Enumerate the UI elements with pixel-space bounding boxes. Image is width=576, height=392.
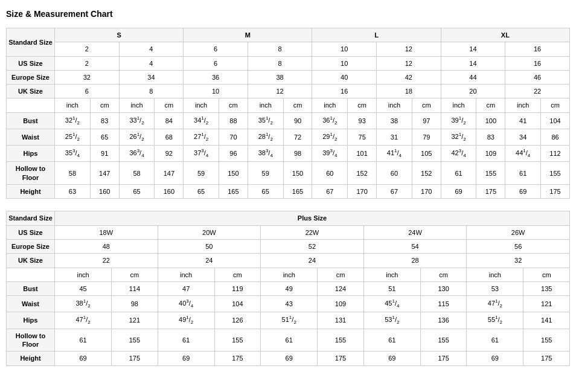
us-size-2: 2 [55,56,120,70]
plus-bust-4: 51 [363,281,420,295]
plus-htf-4cm: 155 [420,329,466,352]
hips-1: 353/4 [55,146,91,162]
htf-7cm: 155 [476,162,505,185]
plus-htf-3cm: 155 [318,329,363,352]
inch-4: inch [248,98,283,112]
height-7cm: 175 [476,185,505,199]
plus-bust-3: 49 [261,281,318,295]
plus-htf-2cm: 155 [214,329,260,352]
hips-7: 423/4 [441,146,476,162]
plus-cm-1: cm [112,268,158,281]
hips-3cm: 96 [219,146,248,162]
plus-waist-1cm: 98 [112,296,158,312]
cm-7: cm [476,98,505,112]
bust-4cm: 90 [283,112,312,129]
plus-height-3: 69 [261,352,318,365]
inch-8: inch [505,98,541,112]
htf-1: 58 [55,162,91,185]
us-8: 8 [248,42,312,56]
plus-eu-52: 52 [261,239,364,253]
bust-1cm: 83 [90,112,119,129]
hips-2cm: 92 [155,146,184,162]
plus-uk-24b: 24 [261,254,364,268]
waist-1cm: 65 [90,129,119,146]
cm-5: cm [348,98,377,112]
cm-6: cm [412,98,441,112]
waist-8: 34 [505,129,541,146]
plus-standard-header: Standard Size [7,211,55,225]
htf-3cm: 150 [219,162,248,185]
plus-hips-3: 511/2 [261,312,318,329]
plus-us-20w: 20W [158,225,261,239]
height-8cm: 175 [541,185,570,199]
plus-waist-4: 451/4 [363,296,420,312]
bust-5: 361/2 [312,112,348,129]
waist-2: 261/2 [119,129,155,146]
us-size-4: 4 [119,56,184,70]
plus-height-2: 69 [158,352,214,365]
plus-uk-28: 28 [363,254,467,268]
height-3cm: 165 [219,185,248,199]
us-16: 16 [505,42,570,56]
uk-20: 20 [441,85,505,98]
plus-height-4cm: 175 [420,352,466,365]
htf-4cm: 150 [283,162,312,185]
hips-6cm: 105 [412,146,441,162]
plus-inch-2: inch [158,268,214,281]
hips-6: 411/4 [377,146,412,162]
plus-waist-5cm: 121 [523,296,570,312]
uk-6: 6 [55,85,120,98]
inch-6: inch [377,98,412,112]
bust-6: 38 [377,112,412,129]
hips-1cm: 91 [90,146,119,162]
uk-18: 18 [377,85,441,98]
us-size-10: 10 [312,56,377,70]
waist-8cm: 86 [541,129,570,146]
europe-size-label: Europe Size [7,70,55,84]
us-4: 4 [119,42,184,56]
waist-4: 281/2 [248,129,283,146]
plus-htf-1cm: 155 [112,329,158,352]
height-5: 67 [312,185,348,199]
uk-8: 8 [119,85,184,98]
height-6cm: 170 [412,185,441,199]
hips-8cm: 112 [541,146,570,162]
plus-us-label: US Size [7,225,55,239]
plus-hips-5cm: 141 [523,312,570,329]
eu-36: 36 [184,70,248,84]
us-12: 12 [377,42,441,56]
htf-5cm: 152 [348,162,377,185]
height-1cm: 160 [90,185,119,199]
us-size-16: 16 [505,56,570,70]
m-header: M [184,28,312,42]
us-10: 10 [312,42,377,56]
plus-hips-1: 471/2 [55,312,112,329]
plus-bust-1: 45 [55,281,112,295]
waist-7: 321/2 [441,129,476,146]
hips-label: Hips [7,146,55,162]
htf-4: 59 [248,162,283,185]
height-6: 67 [377,185,412,199]
bust-2cm: 84 [155,112,184,129]
cm-4: cm [283,98,312,112]
bust-1: 321/2 [55,112,91,129]
htf-8cm: 155 [541,162,570,185]
hollow-floor-label: Hollow toFloor [7,162,55,185]
height-1: 63 [55,185,91,199]
eu-42: 42 [377,70,441,84]
height-5cm: 170 [348,185,377,199]
uk-10: 10 [184,85,248,98]
plus-hollow-floor-label: Hollow to Floor [7,329,55,352]
htf-5: 60 [312,162,348,185]
plus-bust-3cm: 124 [318,281,363,295]
inch-7: inch [441,98,476,112]
height-2: 65 [119,185,155,199]
hips-4: 383/4 [248,146,283,162]
plus-waist-4cm: 115 [420,296,466,312]
uk-22: 22 [505,85,570,98]
hips-5: 393/4 [312,146,348,162]
plus-uk-32: 32 [467,254,570,268]
hips-8: 441/4 [505,146,541,162]
bust-4: 351/2 [248,112,283,129]
plus-htf-5cm: 155 [523,329,570,352]
